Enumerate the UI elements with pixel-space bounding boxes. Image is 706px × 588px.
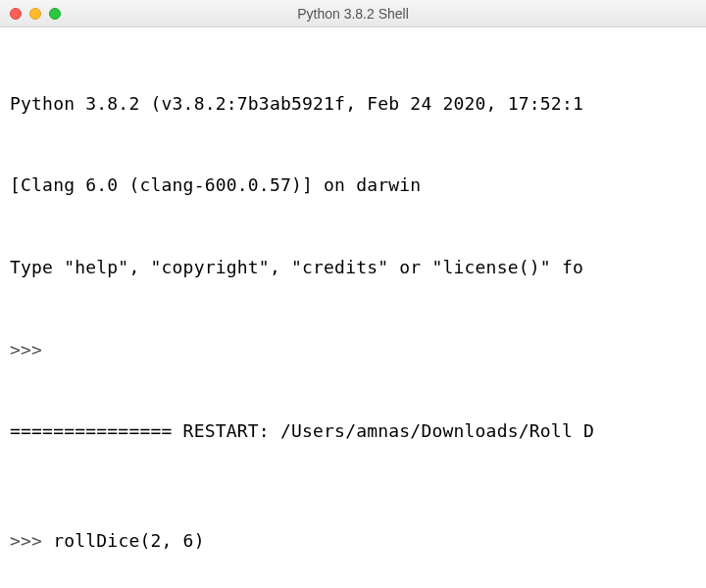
close-icon[interactable] (10, 8, 22, 20)
window-title: Python 3.8.2 Shell (297, 6, 409, 22)
traffic-lights (10, 8, 61, 20)
help-line: Type "help", "copyright", "credits" or "… (10, 254, 696, 281)
window-titlebar: Python 3.8.2 Shell (0, 0, 706, 27)
shell-output-area[interactable]: Python 3.8.2 (v3.8.2:7b3ab5921f, Feb 24 … (0, 27, 706, 588)
user-input: rollDice(2, 6) (53, 530, 205, 551)
prompt-symbol: >>> (10, 339, 53, 360)
maximize-icon[interactable] (49, 8, 61, 20)
prompt-empty: >>> (10, 336, 696, 364)
input-line: >>> rollDice(2, 6) (10, 527, 696, 555)
prompt-symbol: >>> (10, 530, 53, 551)
minimize-icon[interactable] (29, 8, 41, 20)
restart-line: =============== RESTART: /Users/amnas/Do… (10, 417, 696, 445)
clang-line: [Clang 6.0 (clang-600.0.57)] on darwin (10, 172, 696, 199)
version-line: Python 3.8.2 (v3.8.2:7b3ab5921f, Feb 24 … (10, 90, 696, 118)
